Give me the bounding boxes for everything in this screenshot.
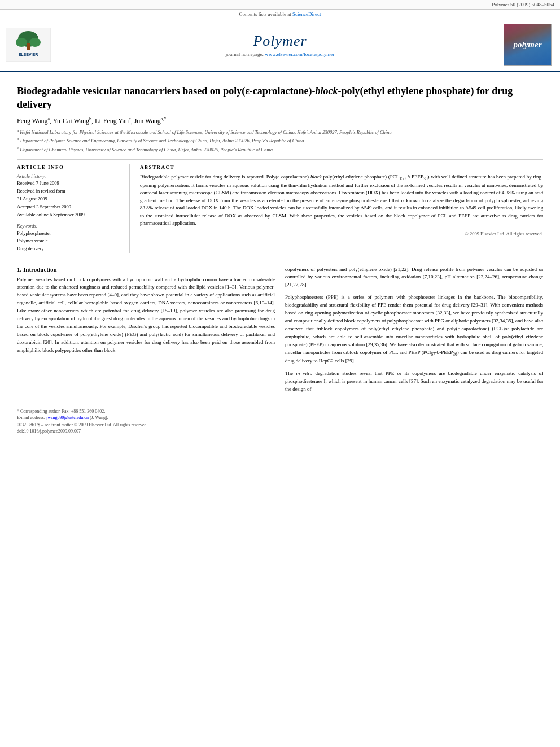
- top-bar: Contents lists available at ScienceDirec…: [0, 10, 560, 19]
- intro-title: 1. Introduction: [17, 266, 275, 273]
- article-title: Biodegradable vesicular nanocarriers bas…: [17, 84, 543, 112]
- accepted-date: Accepted 3 September 2009: [17, 204, 123, 209]
- body-left-para1: Polymer vesicles based on block copolyme…: [17, 276, 275, 355]
- corresponding-author: * Corresponding author. Fax: +86 551 360…: [17, 409, 543, 414]
- copyright-notice: © 2009 Elsevier Ltd. All rights reserved…: [140, 231, 543, 237]
- abstract-text: Biodegradable polymer vesicle for drug d…: [140, 173, 543, 228]
- journal-homepage: journal homepage: www.elsevier.com/locat…: [56, 51, 504, 57]
- polymer-logo-box: polymer: [504, 24, 554, 66]
- svg-rect-4: [27, 43, 30, 50]
- journal-title: Polymer: [56, 33, 504, 50]
- issn-text: 0032-3861/$ – see front matter © 2009 El…: [17, 422, 148, 427]
- article-info-heading: ARTICLE INFO: [17, 164, 123, 170]
- body-right-para2: Polyphosphoesters (PPE) is a series of p…: [285, 294, 543, 365]
- affiliations: a Hefei National Laboratory for Physical…: [17, 128, 543, 154]
- polymer-logo-text: polymer: [514, 40, 542, 50]
- elsevier-logo: ELSEVIER: [6, 28, 51, 63]
- main-content: Biodegradable vesicular nanocarriers bas…: [0, 72, 560, 446]
- affiliation-c: c Department of Chemical Physics, Univer…: [17, 146, 543, 154]
- revised-label: Received in revised form: [17, 188, 123, 194]
- keywords-label: Keywords:: [17, 223, 123, 229]
- svg-point-3: [29, 38, 41, 47]
- body-right-para1: copolymers of polyesters and poly(ethyle…: [285, 266, 543, 290]
- article-meta-section: ARTICLE INFO Article history: Received 7…: [17, 159, 543, 253]
- journal-center: Polymer journal homepage: www.elsevier.c…: [56, 33, 504, 57]
- journal-number-text: Polymer 50 (2009) 5048–5054: [492, 2, 554, 7]
- revised-date: 31 August 2009: [17, 196, 123, 202]
- email-line: E-mail address: jwang699@ustc.edu.cn (J.…: [17, 415, 543, 420]
- footer-section: * Corresponding author. Fax: +86 551 360…: [17, 405, 543, 434]
- contents-label: Contents lists available at: [239, 11, 292, 17]
- email-link[interactable]: jwang699@ustc.edu.cn: [46, 415, 89, 420]
- issn-line: 0032-3861/$ – see front matter © 2009 El…: [17, 422, 543, 427]
- abstract-col: ABSTRACT Biodegradable polymer vesicle f…: [140, 164, 543, 253]
- affiliation-b: b Department of Polymer Science and Engi…: [17, 137, 543, 145]
- journal-header: ELSEVIER Polymer journal homepage: www.e…: [0, 19, 560, 72]
- homepage-label: journal homepage:: [226, 51, 265, 57]
- received-date: Received 7 June 2009: [17, 180, 123, 186]
- email-person: (J. Wang).: [90, 415, 108, 420]
- body-left-col: 1. Introduction Polymer vesicles based o…: [17, 266, 275, 394]
- svg-point-2: [16, 38, 27, 47]
- polymer-logo-img: polymer: [504, 24, 552, 66]
- abstract-heading: ABSTRACT: [140, 164, 543, 170]
- affiliation-a: a Hefei National Laboratory for Physical…: [17, 128, 543, 136]
- available-date: Available online 6 September 2009: [17, 212, 123, 217]
- svg-text:ELSEVIER: ELSEVIER: [19, 53, 38, 56]
- article-info-col: ARTICLE INFO Article history: Received 7…: [17, 164, 130, 253]
- history-label: Article history:: [17, 173, 123, 179]
- body-section: 1. Introduction Polymer vesicles based o…: [17, 261, 543, 394]
- keywords-list: PolyphosphoesterPolymer vesicleDrug deli…: [17, 230, 123, 253]
- email-label: E-mail address:: [17, 415, 45, 420]
- homepage-url[interactable]: www.elsevier.com/locate/polymer: [265, 51, 334, 57]
- body-right-para3: The in vitro degradation studies reveal …: [285, 370, 543, 394]
- doi-text: doi:10.1016/j.polymer.2009.09.007: [17, 429, 81, 434]
- sciencedirect-link[interactable]: ScienceDirect: [292, 11, 321, 17]
- keywords-section: Keywords: PolyphosphoesterPolymer vesicl…: [17, 223, 123, 253]
- journal-number-bar: Polymer 50 (2009) 5048–5054: [0, 0, 560, 10]
- body-two-col: 1. Introduction Polymer vesicles based o…: [17, 266, 543, 394]
- corresponding-author-text: * Corresponding author. Fax: +86 551 360…: [17, 409, 105, 414]
- body-right-col: copolymers of polyesters and poly(ethyle…: [285, 266, 543, 394]
- doi-line: doi:10.1016/j.polymer.2009.09.007: [17, 429, 543, 434]
- authors-line: Feng Wanga, Yu-Cai Wangb, Li-Feng Yanc, …: [17, 116, 543, 125]
